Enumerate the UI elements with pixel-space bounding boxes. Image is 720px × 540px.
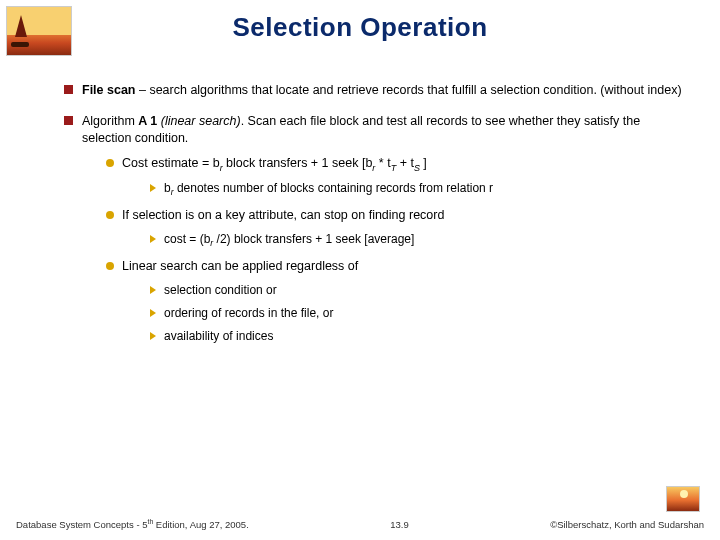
footer: Database System Concepts - 5th Edition, …: [0, 518, 720, 530]
text: * t: [375, 156, 390, 170]
sub-bullet-linear-regardless: Linear search can be applied regardless …: [106, 258, 690, 344]
text: – search algorithms that locate and retr…: [136, 83, 682, 97]
subsub-bullet-selection-condition: selection condition or: [150, 282, 690, 298]
logo-bottom-image: [666, 486, 700, 512]
slide-body: File scan – search algorithms that locat…: [64, 82, 690, 359]
footer-page-number: 13.9: [390, 519, 409, 530]
text: selection condition or: [164, 283, 277, 297]
text: Algorithm: [82, 114, 138, 128]
bullet-algorithm-a1: Algorithm A 1 (linear search). Scan each…: [64, 113, 690, 345]
italic-text: (linear search): [161, 114, 241, 128]
text: Database System Concepts - 5: [16, 519, 147, 530]
text: Cost estimate = b: [122, 156, 220, 170]
sub-bullet-key-attribute: If selection is on a key attribute, can …: [106, 207, 690, 250]
text: availability of indices: [164, 329, 273, 343]
text: block transfers + 1 seek [b: [223, 156, 373, 170]
text: ]: [420, 156, 427, 170]
subsub-bullet-br-denotes: br denotes number of blocks containing r…: [150, 180, 690, 199]
text: Edition, Aug 27, 2005.: [153, 519, 249, 530]
footer-copyright: ©Silberschatz, Korth and Sudarshan: [550, 519, 704, 530]
slide-title: Selection Operation: [0, 0, 720, 43]
bold-text: A 1: [138, 114, 160, 128]
sub-bullet-cost-estimate: Cost estimate = br block transfers + 1 s…: [106, 155, 690, 200]
text: + t: [396, 156, 414, 170]
subsub-bullet-ordering: ordering of records in the file, or: [150, 305, 690, 321]
text: ordering of records in the file, or: [164, 306, 333, 320]
text: denotes number of blocks containing reco…: [174, 181, 494, 195]
text: If selection is on a key attribute, can …: [122, 208, 444, 222]
text: cost = (b: [164, 232, 210, 246]
subsub-bullet-cost-half: cost = (br /2) block transfers + 1 seek …: [150, 231, 690, 250]
subsub-bullet-availability: availability of indices: [150, 328, 690, 344]
logo-top-image: [6, 6, 72, 56]
footer-left: Database System Concepts - 5th Edition, …: [16, 518, 249, 530]
bold-text: File scan: [82, 83, 136, 97]
text: Linear search can be applied regardless …: [122, 259, 358, 273]
text: /2) block transfers + 1 seek [average]: [213, 232, 414, 246]
text: b: [164, 181, 171, 195]
bullet-file-scan: File scan – search algorithms that locat…: [64, 82, 690, 99]
